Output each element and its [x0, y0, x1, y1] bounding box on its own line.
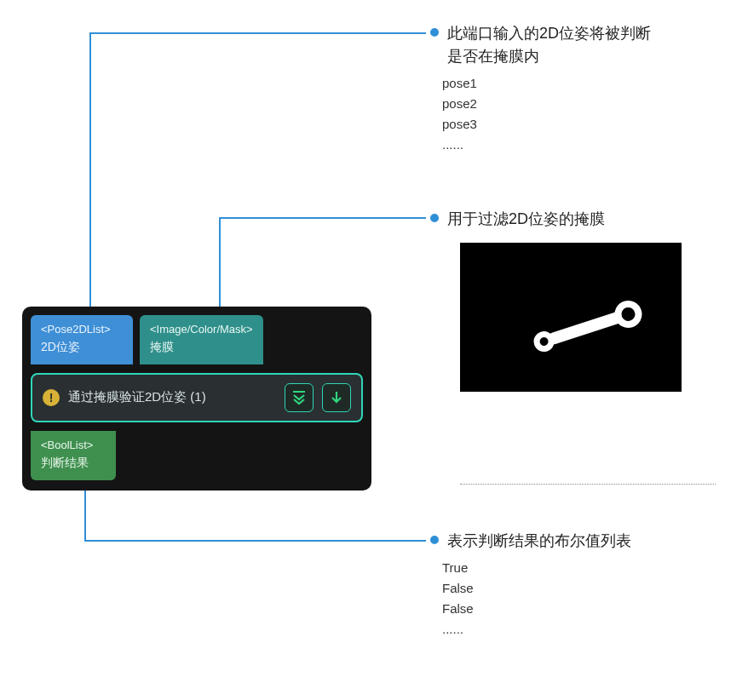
callout-pose-input: 此端口输入的2D位姿将被判断 是否在掩膜内 pose1 pose2 pose3 …: [430, 22, 651, 155]
node-block: <Pose2DList> 2D位姿 <Image/Color/Mask> 掩膜 …: [22, 307, 371, 491]
callout-mask-input: 用于过滤2D位姿的掩膜: [430, 208, 605, 231]
callout-title: 用于过滤2D位姿的掩膜: [447, 210, 605, 227]
node-title: 通过掩膜验证2D位姿 (1): [68, 389, 276, 405]
input-port-pose2dlist[interactable]: <Pose2DList> 2D位姿: [31, 315, 133, 364]
port-type-label: <BoolList>: [41, 438, 106, 453]
example-item: False: [442, 599, 631, 619]
port-type-label: <Pose2DList>: [41, 322, 123, 337]
bullet-icon: [429, 212, 440, 224]
output-port-boollist[interactable]: <BoolList> 判断结果: [31, 431, 116, 480]
example-item: pose2: [442, 94, 651, 114]
example-item: ......: [442, 135, 651, 155]
example-item: False: [442, 578, 631, 599]
example-item: True: [442, 558, 631, 578]
dotted-divider: [460, 484, 716, 485]
warning-icon: !: [43, 389, 60, 406]
node-title-bar[interactable]: ! 通过掩膜验证2D位姿 (1): [31, 373, 363, 422]
example-item: ......: [442, 619, 631, 640]
input-port-row: <Pose2DList> 2D位姿 <Image/Color/Mask> 掩膜: [22, 307, 371, 364]
callout-title-line: 此端口输入的2D位姿将被判断: [430, 22, 651, 45]
example-item: pose3: [442, 114, 651, 135]
port-type-label: <Image/Color/Mask>: [150, 322, 253, 337]
collapse-button[interactable]: [322, 383, 351, 412]
double-chevron-down-icon: [291, 390, 307, 405]
callout-examples: pose1 pose2 pose3 ......: [442, 73, 651, 155]
input-port-mask[interactable]: <Image/Color/Mask> 掩膜: [140, 315, 263, 364]
callout-title-line: 是否在掩膜内: [447, 45, 651, 68]
bullet-icon: [429, 534, 440, 546]
example-item: pose1: [442, 73, 651, 94]
svg-rect-3: [293, 391, 305, 393]
port-name-label: 掩膜: [150, 339, 253, 356]
callout-result-output: 表示判断结果的布尔值列表 True False False ......: [430, 530, 631, 640]
port-name-label: 2D位姿: [41, 339, 123, 356]
svg-rect-5: [547, 310, 625, 346]
bullet-icon: [429, 26, 440, 38]
mask-preview-image: [460, 243, 682, 392]
callout-title-line: 表示判断结果的布尔值列表: [430, 530, 631, 553]
callout-examples: True False False ......: [442, 558, 631, 640]
arrow-down-icon: [329, 390, 344, 405]
port-name-label: 判断结果: [41, 455, 106, 472]
expand-all-button[interactable]: [285, 383, 314, 412]
